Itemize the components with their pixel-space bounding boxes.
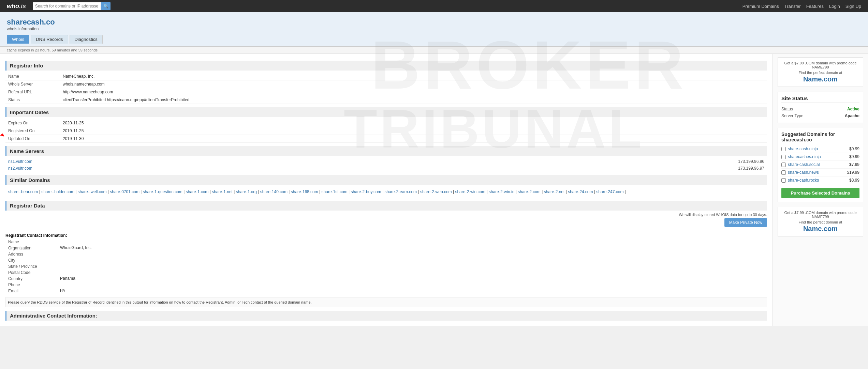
similar-domain-link[interactable]: share-2.com bbox=[518, 189, 541, 194]
similar-domain-link[interactable]: share-1.net bbox=[212, 189, 233, 194]
contact-field-value: Panama bbox=[60, 276, 767, 281]
similar-domain-link[interactable]: share-1-question.com bbox=[143, 189, 182, 194]
similar-domain-link[interactable]: share-2.net bbox=[544, 189, 565, 194]
similar-domain-link[interactable]: share-0701.com bbox=[110, 189, 139, 194]
nav-signup[interactable]: Sign Up bbox=[845, 4, 861, 9]
registrar-data-note: We will display stored WHOIS data for up… bbox=[5, 213, 767, 217]
contact-field-label: Country bbox=[5, 276, 60, 281]
nav-features[interactable]: Features bbox=[806, 4, 824, 9]
server-type-label: Server Type bbox=[781, 113, 803, 118]
similar-domain-link[interactable]: share-1.com bbox=[186, 189, 209, 194]
ad-find-text: Find the perfect domain at bbox=[781, 71, 859, 75]
field-label: Referral URL bbox=[5, 88, 60, 96]
similar-domains-list: share--bear.com | share--holder.com | sh… bbox=[5, 187, 767, 197]
similar-domain-link[interactable]: share-1.org bbox=[236, 189, 257, 194]
field-value: 2019-11-25 bbox=[60, 127, 767, 135]
contact-field-label: Postal Code bbox=[5, 270, 60, 275]
purchase-selected-domains-button[interactable]: Purchase Selected Domains bbox=[781, 188, 859, 198]
registrar-info-header: Registrar Info bbox=[5, 61, 767, 71]
search-input[interactable] bbox=[33, 2, 101, 10]
domain-name-4[interactable]: share-cash.news bbox=[788, 170, 819, 175]
domain-price-1: $9.99 bbox=[849, 147, 859, 151]
table-row: Referral URL http://www.namecheap.com bbox=[5, 88, 767, 96]
tab-dns-records[interactable]: DNS Records bbox=[31, 35, 68, 44]
contact-grid: Name Organization WhoisGuard, Inc. Addre… bbox=[5, 239, 767, 294]
make-private-button[interactable]: Make Private Now bbox=[724, 218, 767, 227]
contact-title: Registrant Contact Information: bbox=[5, 233, 767, 238]
domain-checkbox-2[interactable] bbox=[781, 155, 786, 159]
similar-domain-link[interactable]: share--well.com bbox=[78, 189, 107, 194]
field-label: Updated On bbox=[5, 135, 60, 143]
status-row-status: Status Active bbox=[781, 106, 859, 112]
similar-domain-link[interactable]: share-247.com bbox=[596, 189, 623, 194]
field-label: Status bbox=[5, 96, 60, 104]
search-button[interactable]: 🔍 bbox=[101, 2, 111, 10]
nav-login[interactable]: Login bbox=[829, 4, 840, 9]
ns-link-cell[interactable]: ns1.vultr.com bbox=[5, 158, 373, 165]
nav-premium-domains[interactable]: Premium Domains bbox=[742, 4, 779, 9]
tab-whois[interactable]: Whois bbox=[7, 35, 29, 44]
domain-name-1[interactable]: share-cash.ninja bbox=[788, 147, 818, 151]
search-bar: 🔍 bbox=[33, 2, 111, 10]
contact-field-label: City bbox=[5, 258, 60, 263]
ad-find-text-bottom: Find the perfect domain at bbox=[781, 220, 859, 224]
ns-link-cell[interactable]: ns2.vultr.com bbox=[5, 165, 373, 172]
status-value: Active bbox=[847, 107, 859, 111]
contact-field-label: Phone bbox=[5, 282, 60, 288]
contact-field-value: PA bbox=[60, 288, 767, 294]
domain-name-5[interactable]: share-cash.rocks bbox=[788, 178, 819, 183]
ns1-ip: 173.199.96.96 bbox=[373, 158, 767, 165]
table-row: Whois Server whois.namecheap.com bbox=[5, 80, 767, 88]
similar-domain-link[interactable]: share-2-buy.com bbox=[351, 189, 381, 194]
rdds-notice: Please query the RDDS service of the Reg… bbox=[5, 297, 767, 308]
ad-name-bottom: Name.com bbox=[781, 225, 859, 233]
similar-domain-link[interactable]: share-2-web.com bbox=[420, 189, 452, 194]
ns2-ip: 173.199.96.97 bbox=[373, 165, 767, 172]
similar-domain-link[interactable]: share-24.com bbox=[568, 189, 593, 194]
svg-marker-1 bbox=[0, 133, 4, 137]
field-value: NameCheap, Inc. bbox=[60, 73, 767, 80]
field-value: whois.namecheap.com bbox=[60, 80, 767, 88]
ns2-link[interactable]: ns2.vultr.com bbox=[8, 166, 32, 171]
name-servers-table: ns1.vultr.com 173.199.96.96 ns2.vultr.co… bbox=[5, 158, 767, 172]
suggested-domains-box: Suggested Domains for sharecash.co share… bbox=[778, 128, 863, 202]
nav-links: Premium Domains Transfer Features Login … bbox=[742, 4, 861, 9]
table-row: Expires On 2020-11-25 bbox=[5, 119, 767, 127]
field-label: Whois Server bbox=[5, 80, 60, 88]
domain-checkbox-5[interactable] bbox=[781, 178, 786, 183]
domain-price-5: $3.99 bbox=[849, 178, 859, 183]
domain-name-3[interactable]: share-cash.social bbox=[788, 162, 820, 167]
domain-option-1: share-cash.ninja $9.99 bbox=[781, 145, 859, 153]
contact-field-label: Address bbox=[5, 251, 60, 257]
ns1-link[interactable]: ns1.vultr.com bbox=[8, 159, 32, 164]
similar-domain-link[interactable]: share-2-win.in bbox=[489, 189, 514, 194]
top-navigation: who.is 🔍 Premium Domains Transfer Featur… bbox=[0, 0, 868, 12]
similar-domain-link[interactable]: share-1st.com bbox=[322, 189, 348, 194]
nav-transfer[interactable]: Transfer bbox=[784, 4, 801, 9]
registrar-info-table: Name NameCheap, Inc. Whois Server whois.… bbox=[5, 73, 767, 104]
field-value: http://www.namecheap.com bbox=[60, 88, 767, 96]
ad-promo-bottom: Get a $7.99 .COM domain with promo code … bbox=[781, 211, 859, 219]
domain-checkbox-1[interactable] bbox=[781, 147, 786, 151]
similar-domain-link[interactable]: share-140.com bbox=[260, 189, 288, 194]
similar-domain-link[interactable]: share-2-earn.com bbox=[384, 189, 417, 194]
domain-option-3: share-cash.social $7.99 bbox=[781, 161, 859, 169]
similar-domain-link[interactable]: share-168.com bbox=[291, 189, 318, 194]
similar-domain-link[interactable]: share-2-win.com bbox=[455, 189, 485, 194]
domain-price-2: $9.99 bbox=[849, 154, 859, 159]
domain-checkbox-3[interactable] bbox=[781, 163, 786, 167]
name-servers-header: Name Servers bbox=[5, 146, 767, 156]
similar-domain-link[interactable]: share--holder.com bbox=[41, 189, 74, 194]
tab-diagnostics[interactable]: Diagnostics bbox=[70, 35, 103, 44]
table-row: Updated On 2019-11-30 bbox=[5, 135, 767, 143]
domain-name-2[interactable]: sharecashes.ninja bbox=[788, 154, 821, 159]
arrow-annotation-wrapper: share com Expires On 2020-11-25 Register… bbox=[5, 119, 767, 143]
domain-price-4: $19.99 bbox=[847, 170, 859, 175]
admin-contact-header: Administrative Contact Information: bbox=[5, 311, 767, 321]
suggested-title: Suggested Domains for sharecash.co bbox=[781, 132, 859, 142]
similar-domain-link[interactable]: share--bear.com bbox=[8, 189, 38, 194]
domain-checkbox-4[interactable] bbox=[781, 170, 786, 175]
contact-field-value: WhoisGuard, Inc. bbox=[60, 245, 767, 251]
important-dates-table: Expires On 2020-11-25 Registered On 2019… bbox=[5, 119, 767, 143]
svg-line-0 bbox=[0, 135, 3, 145]
